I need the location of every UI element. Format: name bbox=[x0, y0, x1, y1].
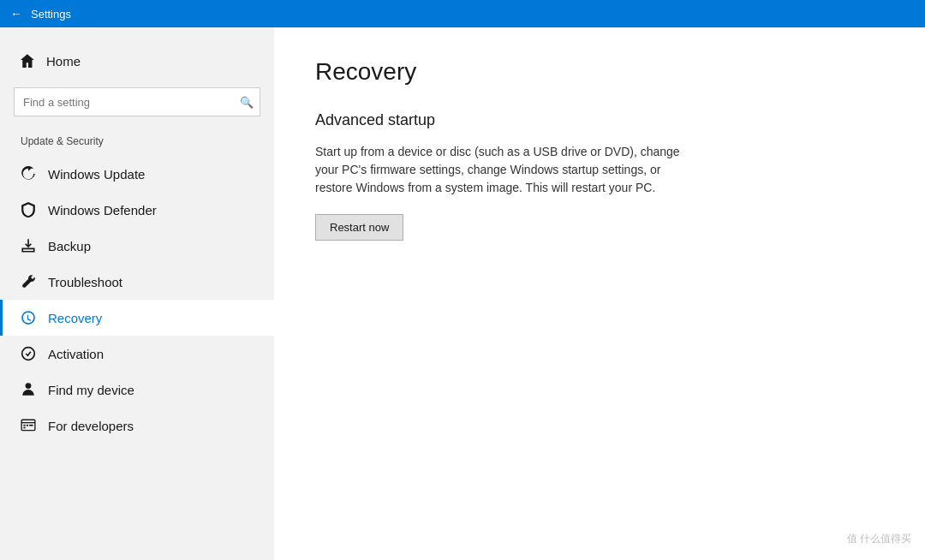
windows-defender-label: Windows Defender bbox=[48, 203, 157, 217]
back-button[interactable]: ← bbox=[10, 7, 22, 21]
svg-rect-5 bbox=[23, 427, 25, 429]
sidebar-item-find-my-device[interactable]: Find my device bbox=[0, 372, 274, 408]
advanced-startup-title: Advanced startup bbox=[315, 111, 884, 129]
sidebar-item-backup[interactable]: Backup bbox=[0, 228, 274, 264]
home-label: Home bbox=[46, 54, 81, 69]
sidebar-item-windows-update[interactable]: Windows Update bbox=[0, 156, 274, 192]
home-icon bbox=[21, 53, 36, 69]
troubleshoot-label: Troubleshoot bbox=[48, 275, 122, 289]
backup-label: Backup bbox=[48, 239, 91, 253]
search-icon: 🔍 bbox=[240, 96, 254, 109]
refresh-icon bbox=[21, 166, 36, 182]
sidebar-item-windows-defender[interactable]: Windows Defender bbox=[0, 192, 274, 228]
find-my-device-label: Find my device bbox=[48, 383, 134, 397]
sidebar-item-troubleshoot[interactable]: Troubleshoot bbox=[0, 264, 274, 300]
restart-now-button[interactable]: Restart now bbox=[315, 214, 403, 241]
svg-point-0 bbox=[22, 348, 35, 360]
svg-rect-4 bbox=[23, 425, 25, 426]
activation-icon bbox=[21, 346, 36, 361]
person-icon bbox=[21, 382, 36, 397]
titlebar-title: Settings bbox=[31, 8, 71, 21]
content-area: Recovery Advanced startup Start up from … bbox=[274, 27, 925, 560]
wrench-icon bbox=[21, 274, 36, 289]
sidebar-item-activation[interactable]: Activation bbox=[0, 336, 274, 372]
search-container: 🔍 bbox=[14, 87, 260, 116]
sidebar-item-home[interactable]: Home bbox=[0, 45, 274, 77]
recovery-icon bbox=[21, 310, 36, 325]
sidebar: Home 🔍 Update & Security Windows Update bbox=[0, 27, 274, 560]
page-title: Recovery bbox=[315, 58, 884, 86]
backup-icon bbox=[21, 238, 36, 253]
shield-icon bbox=[21, 202, 36, 217]
dev-icon bbox=[21, 418, 36, 433]
sidebar-item-recovery[interactable]: Recovery bbox=[0, 300, 274, 336]
activation-label: Activation bbox=[48, 347, 104, 361]
sidebar-section-label: Update & Security bbox=[0, 132, 274, 156]
advanced-startup-description: Start up from a device or disc (such as … bbox=[315, 143, 683, 197]
svg-rect-6 bbox=[27, 425, 28, 426]
watermark: 值 什么值得买 bbox=[847, 532, 911, 546]
svg-point-1 bbox=[26, 383, 32, 389]
for-developers-label: For developers bbox=[48, 419, 134, 433]
svg-rect-7 bbox=[29, 425, 33, 426]
search-input[interactable] bbox=[14, 87, 260, 116]
recovery-label: Recovery bbox=[48, 311, 102, 325]
sidebar-item-for-developers[interactable]: For developers bbox=[0, 408, 274, 444]
windows-update-label: Windows Update bbox=[48, 167, 145, 182]
